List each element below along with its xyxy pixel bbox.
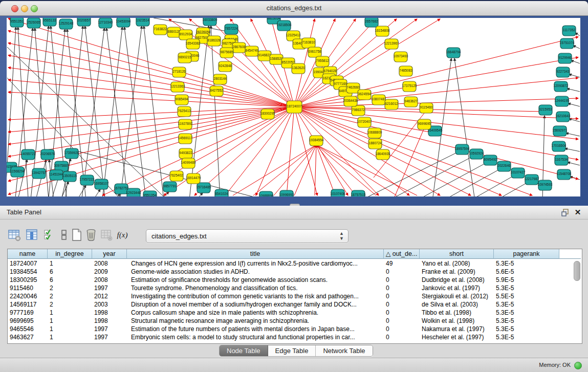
graph-node[interactable]: 7163810 bbox=[302, 38, 315, 48]
graph-node[interactable]: 14569117 bbox=[178, 134, 193, 144]
graph-node[interactable]: 17359928 bbox=[64, 148, 79, 159]
graph-node[interactable]: 16543382 bbox=[186, 39, 201, 49]
graph-node[interactable]: 2022646 bbox=[497, 161, 511, 171]
graph-node[interactable]: 13942757 bbox=[32, 168, 47, 179]
graph-node[interactable]: 3624554 bbox=[358, 90, 371, 100]
table-row[interactable]: 1938455462009Genome-wide association stu… bbox=[8, 268, 582, 276]
table-row[interactable]: 1830029562008Estimation of significance … bbox=[8, 276, 582, 284]
graph-node[interactable]: 11451944 bbox=[49, 170, 64, 180]
graph-node[interactable]: 8095492 bbox=[484, 155, 497, 165]
graph-node[interactable]: 19218506 bbox=[277, 20, 292, 31]
table-row[interactable]: 946554611997Estimation of the future num… bbox=[8, 325, 582, 333]
graph-node[interactable]: 10807487 bbox=[372, 95, 386, 105]
table-scrollbar-thumb[interactable] bbox=[574, 261, 580, 281]
graph-node[interactable]: 16154808 bbox=[375, 26, 390, 36]
rows-button[interactable] bbox=[57, 228, 71, 242]
graph-node[interactable]: 11568294 bbox=[10, 167, 25, 177]
graph-node[interactable]: 9085494 bbox=[175, 95, 188, 105]
graph-node[interactable]: 9493822 bbox=[179, 148, 192, 159]
graph-node[interactable]: 15692971 bbox=[553, 126, 568, 136]
graph-node[interactable]: 10973493 bbox=[394, 52, 408, 62]
graph-node[interactable]: 1167534 bbox=[555, 155, 568, 165]
graph-node[interactable]: 16033809 bbox=[203, 18, 217, 26]
graph-node[interactable]: 10688809 bbox=[367, 128, 382, 138]
graph-node[interactable]: 9129946 bbox=[558, 53, 572, 63]
tab-edge-table[interactable]: Edge Table bbox=[268, 345, 316, 356]
graph-node[interactable]: 1117352 bbox=[562, 26, 576, 36]
graph-node[interactable]: 3215953 bbox=[539, 105, 552, 115]
close-panel-icon[interactable]: ✕ bbox=[574, 208, 582, 217]
graph-node[interactable]: 12923448 bbox=[126, 188, 141, 196]
graph-node[interactable]: 20206576 bbox=[40, 149, 55, 160]
column-header-out_de[interactable]: △ out_de... bbox=[384, 249, 420, 259]
graph-node[interactable]: 1362620 bbox=[292, 63, 305, 74]
table-select-dropdown[interactable]: citations_edges.txt ▲▼ bbox=[146, 229, 349, 243]
graph-node[interactable]: 7625402 bbox=[170, 171, 183, 181]
graph-node[interactable]: 12529148 bbox=[59, 19, 74, 29]
graph-node[interactable]: 2718126 bbox=[172, 67, 186, 77]
function-builder-button[interactable]: f(x) bbox=[116, 228, 129, 242]
graph-node[interactable]: 9115460 bbox=[420, 103, 433, 113]
graph-node[interactable]: 6961758 bbox=[308, 47, 321, 57]
graph-node[interactable]: 9227343 bbox=[556, 67, 570, 77]
graph-node[interactable]: 9565133 bbox=[43, 18, 56, 26]
graph-node[interactable]: 2657682 bbox=[365, 18, 378, 27]
graph-node[interactable]: 9463627 bbox=[404, 97, 418, 107]
graph-node[interactable]: 2526065 bbox=[27, 18, 40, 28]
graph-node[interactable]: 10592924 bbox=[469, 149, 484, 159]
graph-node[interactable]: 9857791 bbox=[163, 182, 177, 192]
graph-node[interactable]: 8912934 bbox=[179, 30, 192, 40]
graph-node[interactable]: 17016504 bbox=[552, 141, 567, 151]
graph-node[interactable]: 9146821 bbox=[258, 51, 271, 61]
window-titlebar[interactable]: citations_edges.txt bbox=[0, 1, 588, 16]
column-selector-button[interactable] bbox=[25, 228, 38, 242]
column-header-pagerank[interactable]: pagerank bbox=[494, 249, 559, 259]
graph-node[interactable]: 9890215 bbox=[178, 53, 191, 63]
graph-node[interactable]: 7955812 bbox=[316, 56, 329, 67]
graph-node[interactable]: 12093872 bbox=[554, 81, 569, 92]
graph-node[interactable]: 12217987 bbox=[525, 174, 539, 185]
graph-node[interactable]: 10988896 bbox=[259, 191, 274, 196]
graph-node[interactable]: 2867608 bbox=[232, 42, 246, 53]
graph-node[interactable]: 20364436 bbox=[343, 96, 358, 106]
graph-node[interactable]: 7986372 bbox=[352, 105, 365, 116]
column-header-name[interactable]: name bbox=[8, 249, 48, 259]
graph-node[interactable]: 16648794 bbox=[446, 48, 461, 58]
float-panel-icon[interactable] bbox=[561, 209, 570, 216]
table-row[interactable]: 946362711997Embryonic stem cells: a mode… bbox=[8, 333, 582, 341]
table-row[interactable]: 1456911722003Disruption of a novel membe… bbox=[8, 300, 582, 309]
graph-node[interactable]: 15716485 bbox=[197, 183, 211, 193]
graph-node[interactable]: 1880724 bbox=[368, 139, 382, 149]
graph-node[interactable]: 7163822 bbox=[154, 25, 167, 35]
graph-node[interactable]: 10996993 bbox=[279, 190, 294, 196]
graph-node[interactable]: 9875685 bbox=[220, 48, 233, 58]
graph-node[interactable]: 14055721 bbox=[21, 149, 36, 160]
graph-node[interactable]: 9242848 bbox=[219, 61, 232, 72]
graph-node[interactable]: 15751074 bbox=[560, 38, 575, 49]
graph-node[interactable]: 11548708 bbox=[557, 169, 572, 180]
graph-node[interactable]: 10974593 bbox=[538, 180, 553, 190]
table-panel-titlebar[interactable]: Table Panel ✕ bbox=[0, 206, 588, 220]
graph-node[interactable]: 12444195 bbox=[555, 96, 570, 106]
graph-node[interactable]: 18640935 bbox=[376, 149, 390, 160]
graph-node[interactable]: 7857224 bbox=[225, 24, 238, 34]
table-row[interactable]: 2242004622012Investigating the contribut… bbox=[8, 292, 582, 300]
graph-node[interactable]: 13505115 bbox=[62, 171, 77, 182]
graph-node[interactable]: 8427552 bbox=[210, 86, 223, 96]
graph-node[interactable]: 8541024 bbox=[215, 189, 228, 196]
graph-node[interactable]: 9699695 bbox=[418, 119, 431, 129]
table-row[interactable]: 1872400712008Changes of HCN gene express… bbox=[8, 259, 582, 268]
graph-node[interactable]: 16958107 bbox=[94, 179, 109, 189]
graph-node[interactable]: 9551351 bbox=[10, 18, 24, 27]
graph-node[interactable]: 18957594 bbox=[455, 144, 470, 155]
graph-node[interactable]: 1588520 bbox=[270, 54, 283, 64]
graph-node[interactable]: 14099489 bbox=[181, 158, 196, 168]
network-canvas[interactable]: 9551351252606595651331252914820206571271… bbox=[7, 18, 580, 196]
graph-node[interactable]: 16210643 bbox=[556, 112, 571, 122]
graph-node[interactable]: 1923514 bbox=[136, 18, 149, 26]
graph-node[interactable]: 16914479 bbox=[186, 173, 201, 184]
graph-node[interactable]: 8186328 bbox=[207, 36, 221, 46]
graph-node[interactable]: 2803144 bbox=[213, 74, 227, 84]
table-row[interactable]: 969969511998Structural magnetic resonanc… bbox=[8, 317, 582, 325]
graph-node[interactable]: 10107427 bbox=[511, 168, 526, 178]
